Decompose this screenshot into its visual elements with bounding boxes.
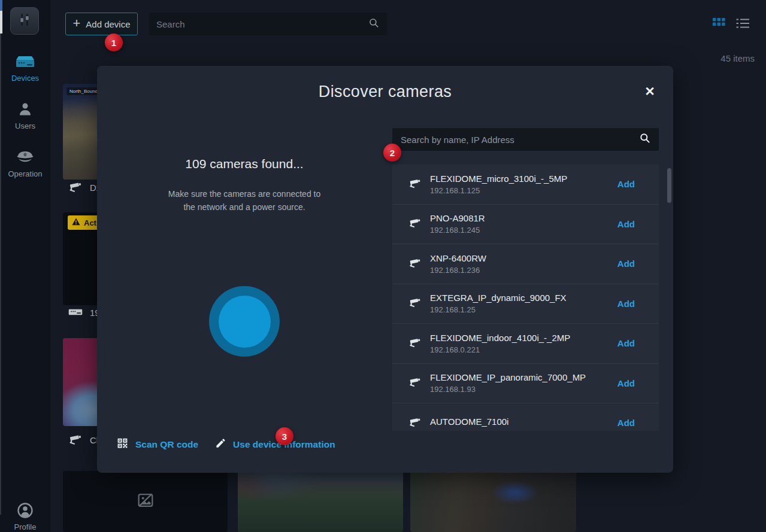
camera-ip: 192.168.1.236: [430, 266, 617, 275]
add-camera-button[interactable]: Add: [617, 299, 635, 309]
warning-triangle-icon: [72, 218, 80, 227]
sidebar-item-label: Profile: [14, 522, 37, 531]
camera-ip: 192.168.1.93: [430, 385, 617, 394]
camera-row: FLEXIDOME_indoor_4100i_-_2MP 192.168.0.2…: [392, 324, 659, 364]
app-window: Devices Users Operation: [0, 0, 766, 532]
camera-tile-traffic[interactable]: [410, 471, 576, 532]
cameras-found-subtext: Make sure the cameras are connected to t…: [125, 187, 364, 214]
add-camera-button[interactable]: Add: [617, 259, 635, 269]
add-camera-button[interactable]: Add: [617, 179, 635, 189]
camera-ip: 192.168.1.25: [430, 305, 617, 314]
search-input[interactable]: [149, 19, 368, 29]
qr-code-icon: [116, 437, 129, 452]
camera-info: FLEXIDOME_micro_3100i_-_5MP 192.168.1.12…: [430, 174, 617, 195]
window-edge-accent: [0, 0, 2, 11]
cctv-camera-icon: [408, 375, 422, 391]
camera-caption[interactable]: Cl: [68, 432, 98, 448]
sidebar-item-label: Users: [15, 121, 35, 130]
use-device-information-button[interactable]: Use device information: [215, 437, 335, 451]
camera-caption[interactable]: D2: [68, 180, 101, 196]
scanning-indicator-core: [219, 296, 271, 348]
recorder-icon: [68, 305, 83, 320]
annotation-badge-2: 2: [383, 144, 401, 162]
sidebar-item-users[interactable]: Users: [0, 101, 50, 130]
list-view-icon[interactable]: [736, 18, 749, 29]
plus-icon: +: [72, 17, 80, 30]
annotation-badge-3: 3: [275, 427, 293, 445]
warning-badge-text: Acti: [84, 218, 99, 227]
camera-tile-no-image[interactable]: [63, 471, 228, 532]
camera-info: XNP-6400RW 192.168.1.236: [430, 253, 617, 275]
camera-name: FLEXIDOME_IP_panoramic_7000_MP: [430, 372, 617, 382]
modal-title: Discover cameras: [97, 83, 673, 101]
cctv-camera-icon: [408, 177, 422, 192]
window-edge-line: [0, 34, 1, 515]
camera-row: XNP-6400RW 192.168.1.236 Add: [392, 244, 659, 284]
camera-ip: 192.168.1.125: [430, 186, 617, 195]
cctv-camera-icon: [408, 216, 422, 232]
cctv-camera-icon: [408, 296, 422, 311]
camera-row: AUTODOME_7100i Add: [392, 403, 659, 431]
scanning-indicator: [209, 286, 280, 357]
camera-caption[interactable]: 19: [68, 305, 100, 320]
sliders-icon: [17, 12, 32, 30]
cctv-camera-icon: [408, 256, 422, 272]
add-camera-button[interactable]: Add: [617, 418, 635, 428]
camera-row: EXTEGRA_IP_dynamic_9000_FX 192.168.1.25 …: [392, 284, 659, 324]
app-logo[interactable]: [10, 7, 39, 35]
top-search-bar: [149, 13, 387, 35]
camera-ip: 192.168.0.221: [430, 345, 617, 354]
users-icon: [16, 101, 34, 118]
search-icon[interactable]: [368, 17, 380, 31]
cctv-camera-icon: [408, 415, 422, 431]
grid-view-icon[interactable]: [713, 18, 725, 29]
profile-icon: [16, 501, 34, 519]
no-image-icon: [135, 490, 156, 513]
cctv-camera-icon: [68, 432, 83, 448]
camera-name: XNP-6400RW: [430, 253, 617, 263]
cctv-camera-icon: [408, 336, 422, 351]
close-icon[interactable]: ✕: [642, 84, 658, 99]
camera-info: FLEXIDOME_IP_panoramic_7000_MP 192.168.1…: [430, 372, 617, 394]
modal-footer: Scan QR code Use device information: [116, 437, 335, 452]
camera-ip: 192.168.1.245: [430, 226, 617, 235]
add-camera-button[interactable]: Add: [617, 338, 635, 348]
camera-list: FLEXIDOME_micro_3100i_-_5MP 192.168.1.12…: [392, 165, 659, 431]
window-edge-highlight: [0, 11, 2, 34]
search-icon[interactable]: [639, 132, 651, 147]
camera-info: FLEXIDOME_indoor_4100i_-_2MP 192.168.0.2…: [430, 333, 617, 354]
add-device-label: Add device: [86, 19, 130, 29]
sidebar-item-devices[interactable]: Devices: [0, 55, 50, 83]
add-device-button[interactable]: + Add device: [65, 13, 138, 35]
devices-icon: [15, 55, 35, 71]
modal-search-bar: [392, 128, 659, 151]
sidebar-item-label: Devices: [11, 74, 39, 83]
sidebar: Devices Users Operation: [0, 0, 50, 532]
operation-icon: [15, 148, 35, 166]
scan-qr-code-button[interactable]: Scan QR code: [116, 437, 198, 452]
camera-info: AUTODOME_7100i: [430, 417, 617, 429]
cctv-camera-icon: [68, 180, 83, 196]
annotation-badge-1: 1: [105, 34, 123, 51]
add-camera-button[interactable]: Add: [617, 378, 635, 388]
items-count: 45 items: [720, 53, 755, 63]
sidebar-item-label: Operation: [8, 169, 42, 178]
camera-row: FLEXIDOME_micro_3100i_-_5MP 192.168.1.12…: [392, 165, 659, 205]
scan-qr-code-label: Scan QR code: [135, 439, 198, 450]
sidebar-item-operation[interactable]: Operation: [0, 148, 50, 178]
camera-name: EXTEGRA_IP_dynamic_9000_FX: [430, 293, 617, 303]
scrollbar-thumb[interactable]: [667, 168, 671, 203]
add-camera-button[interactable]: Add: [617, 219, 635, 229]
camera-tile-campus[interactable]: [238, 471, 403, 532]
cameras-found-heading: 109 cameras found...: [97, 157, 392, 171]
camera-info: EXTEGRA_IP_dynamic_9000_FX 192.168.1.25: [430, 293, 617, 314]
camera-osd-label: North_Bound: [66, 87, 101, 95]
discover-cameras-modal: Discover cameras ✕ 109 cameras found... …: [97, 66, 673, 473]
sidebar-item-profile[interactable]: Profile: [0, 501, 50, 531]
camera-search-input[interactable]: [392, 135, 639, 145]
camera-info: PNO-A9081R 192.168.1.245: [430, 213, 617, 235]
camera-row: FLEXIDOME_IP_panoramic_7000_MP 192.168.1…: [392, 364, 659, 404]
camera-name: AUTODOME_7100i: [430, 417, 617, 427]
camera-name: FLEXIDOME_indoor_4100i_-_2MP: [430, 333, 617, 343]
camera-name: FLEXIDOME_micro_3100i_-_5MP: [430, 174, 617, 184]
